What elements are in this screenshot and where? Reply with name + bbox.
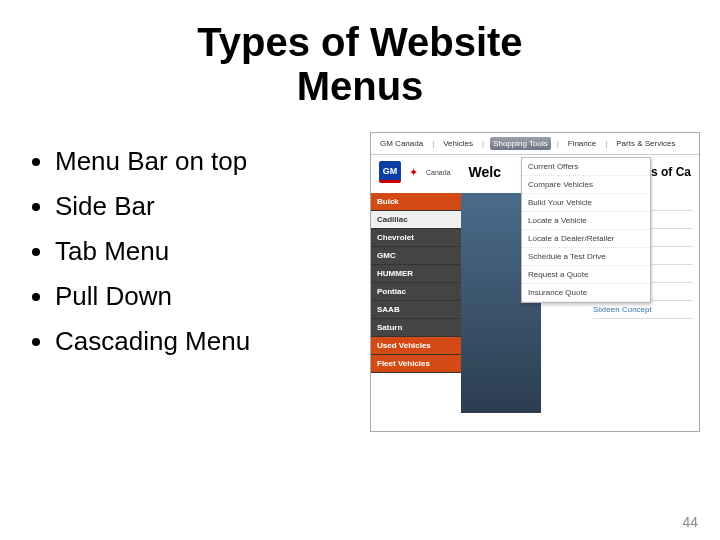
sidebar-item[interactable]: Buick xyxy=(371,193,461,211)
dropdown-item[interactable]: Request a Quote xyxy=(522,266,650,284)
bullet-item: Menu Bar on top xyxy=(55,146,370,177)
sidebar-item[interactable]: SAAB xyxy=(371,301,461,319)
logo-subtext: Canada xyxy=(426,169,451,176)
sidebar-item[interactable]: Chevrolet xyxy=(371,229,461,247)
bullet-item: Pull Down xyxy=(55,281,370,312)
page-number: 44 xyxy=(682,514,698,530)
dropdown-item[interactable]: Locate a Vehicle xyxy=(522,212,650,230)
bullet-item: Side Bar xyxy=(55,191,370,222)
sidebar-item[interactable]: HUMMER xyxy=(371,265,461,283)
brand-sidebar: Buick Cadillac Chevrolet GMC HUMMER Pont… xyxy=(371,193,461,373)
nav-tab[interactable]: Vehicles xyxy=(440,137,476,150)
example-screenshot: GM Canada | Vehicles | Shopping Tools | … xyxy=(370,132,700,432)
sidebar-item[interactable]: Pontiac xyxy=(371,283,461,301)
separator: | xyxy=(557,139,559,148)
separator: | xyxy=(482,139,484,148)
separator: | xyxy=(432,139,434,148)
slide-title: Types of Website Menus xyxy=(0,20,720,108)
nav-tab-active[interactable]: Shopping Tools xyxy=(490,137,551,150)
sublist-item[interactable]: Sixteen Concept xyxy=(593,301,693,319)
nav-tab[interactable]: Parts & Services xyxy=(613,137,678,150)
maple-leaf-icon: ✦ xyxy=(409,167,418,178)
sidebar-item[interactable]: GMC xyxy=(371,247,461,265)
sidebar-item[interactable]: Fleet Vehicles xyxy=(371,355,461,373)
dropdown-item[interactable]: Current Offers xyxy=(522,158,650,176)
nav-tab[interactable]: GM Canada xyxy=(377,137,426,150)
content-area: Menu Bar on top Side Bar Tab Menu Pull D… xyxy=(0,132,720,432)
bullet-list: Menu Bar on top Side Bar Tab Menu Pull D… xyxy=(20,132,370,371)
welcome-heading: Welc xyxy=(469,164,501,180)
dropdown-item[interactable]: Insurance Quote xyxy=(522,284,650,302)
title-line-2: Menus xyxy=(297,64,424,108)
bullet-item: Tab Menu xyxy=(55,236,370,267)
separator: | xyxy=(605,139,607,148)
dropdown-menu: Current Offers Compare Vehicles Build Yo… xyxy=(521,157,651,303)
dropdown-item[interactable]: Schedule a Test Drive xyxy=(522,248,650,266)
dropdown-item[interactable]: Locate a Dealer/Retailer xyxy=(522,230,650,248)
nav-tab[interactable]: Finance xyxy=(565,137,599,150)
sidebar-item-selected[interactable]: Cadillac xyxy=(371,211,461,229)
title-line-1: Types of Website xyxy=(197,20,522,64)
sidebar-item[interactable]: Saturn xyxy=(371,319,461,337)
sidebar-item[interactable]: Used Vehicles xyxy=(371,337,461,355)
cutoff-heading: s of Ca xyxy=(651,165,691,179)
top-nav-bar: GM Canada | Vehicles | Shopping Tools | … xyxy=(371,133,699,155)
gm-logo-icon: GM xyxy=(379,161,401,183)
bullet-item: Cascading Menu xyxy=(55,326,370,357)
dropdown-item[interactable]: Compare Vehicles xyxy=(522,176,650,194)
dropdown-item[interactable]: Build Your Vehicle xyxy=(522,194,650,212)
